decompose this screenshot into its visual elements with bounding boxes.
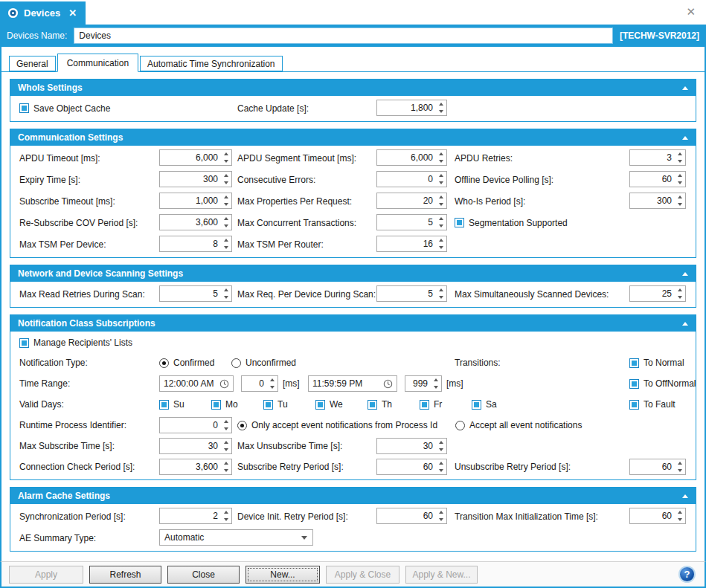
communication-settings-header[interactable]: Communication Settings <box>10 129 696 146</box>
spinner[interactable] <box>266 376 277 391</box>
spinner[interactable] <box>220 508 231 523</box>
manage-recipients-checkbox[interactable]: Manage Recipients' Lists <box>19 333 132 352</box>
spinner[interactable] <box>435 508 446 523</box>
spinner[interactable] <box>674 286 685 301</box>
doc-tab-devices[interactable]: Devices ✕ <box>0 1 86 25</box>
unconfirmed-radio[interactable]: Unconfirmed <box>231 352 296 373</box>
max-simultaneous-input[interactable] <box>630 286 674 301</box>
day-fr-checkbox[interactable]: Fr <box>420 394 442 415</box>
spinner[interactable] <box>220 236 231 251</box>
spinner[interactable] <box>220 459 231 474</box>
ae-summary-type-dropdown[interactable]: Automatic <box>159 529 313 546</box>
spinner[interactable] <box>430 376 441 391</box>
notification-subscriptions-header[interactable]: Notification Class Subscriptions <box>10 315 696 332</box>
accept-all-radio[interactable]: Accept all event notifications <box>455 415 582 436</box>
time-start-input[interactable] <box>160 376 219 391</box>
day-su-checkbox[interactable]: Su <box>159 394 184 415</box>
day-sa-checkbox[interactable]: Sa <box>472 394 497 415</box>
spinner[interactable] <box>674 193 685 208</box>
day-tu-checkbox[interactable]: Tu <box>263 394 288 415</box>
time-start-ms-input[interactable] <box>242 376 266 391</box>
new-button[interactable]: New... <box>246 566 320 584</box>
spinner[interactable] <box>674 459 685 474</box>
alarm-cache-header[interactable]: Alarm Cache Settings <box>10 488 696 504</box>
collapse-icon[interactable] <box>682 136 688 140</box>
close-button[interactable]: Close <box>167 566 240 584</box>
collapse-icon[interactable] <box>682 86 688 90</box>
collapse-icon[interactable] <box>682 494 688 498</box>
max-read-retries-input[interactable] <box>160 286 220 301</box>
help-button[interactable]: ? <box>678 566 696 583</box>
clock-icon[interactable] <box>383 379 393 389</box>
day-th-checkbox[interactable]: Th <box>368 394 392 415</box>
spinner[interactable] <box>220 172 231 187</box>
to-fault-checkbox[interactable]: To Fault <box>629 394 675 415</box>
pane-close-icon[interactable]: ✕ <box>686 5 696 19</box>
to-normal-checkbox[interactable]: To Normal <box>629 352 684 373</box>
apdu-retries-input[interactable] <box>630 150 674 165</box>
day-mo-checkbox[interactable]: Mo <box>211 394 238 415</box>
tab-communication[interactable]: Communication <box>57 54 138 72</box>
synchronization-period-input[interactable] <box>160 508 220 523</box>
subscribe-retry-input[interactable] <box>377 459 435 474</box>
network-scanning-header[interactable]: Network and Device Scanning Settings <box>10 265 696 282</box>
spinner[interactable] <box>220 215 231 230</box>
whois-settings-header[interactable]: WhoIs Settings <box>10 80 696 96</box>
collapse-icon[interactable] <box>682 272 688 276</box>
max-subscribe-time-input[interactable] <box>160 439 220 453</box>
to-offnormal-checkbox[interactable]: To OffNormal <box>629 373 696 394</box>
confirmed-radio[interactable]: Confirmed <box>159 352 214 373</box>
spinner[interactable] <box>220 286 231 301</box>
only-accept-radio[interactable]: Only accept event notifications from Pro… <box>237 415 437 436</box>
tab-general[interactable]: General <box>9 56 56 71</box>
device-init-retry-input[interactable] <box>377 508 435 523</box>
segmentation-supported-checkbox[interactable]: Segmentation Supported <box>455 212 568 233</box>
transition-max-init-input[interactable] <box>630 508 674 523</box>
time-end-ms-input[interactable] <box>405 376 430 391</box>
save-object-cache-checkbox[interactable]: Save Object Cache <box>19 97 110 119</box>
spinner[interactable] <box>220 150 231 165</box>
runtime-process-input[interactable] <box>160 418 220 433</box>
spinner[interactable] <box>435 100 446 115</box>
clock-icon[interactable] <box>219 379 229 389</box>
connection-check-input[interactable] <box>160 459 220 474</box>
spinner[interactable] <box>674 508 685 523</box>
max-properties-input[interactable] <box>377 193 435 208</box>
spinner[interactable] <box>435 193 446 208</box>
offline-device-polling-input[interactable] <box>630 172 674 187</box>
spinner[interactable] <box>435 172 446 187</box>
expiry-time-input[interactable] <box>160 172 220 187</box>
apdu-segment-timeout-input[interactable] <box>377 150 435 165</box>
max-tsm-device-input[interactable] <box>160 236 220 251</box>
max-tsm-router-input[interactable] <box>377 236 435 251</box>
max-unsubscribe-time-input[interactable] <box>377 439 435 453</box>
spinner[interactable] <box>435 150 446 165</box>
apply-new-button[interactable]: Apply & New... <box>405 566 478 584</box>
spinner[interactable] <box>674 150 685 165</box>
name-input[interactable] <box>74 28 613 44</box>
subscribe-timeout-input[interactable] <box>160 193 220 208</box>
refresh-button[interactable]: Refresh <box>89 566 161 584</box>
spinner[interactable] <box>220 193 231 208</box>
resubscribe-cov-input[interactable] <box>160 215 220 230</box>
spinner[interactable] <box>220 439 231 453</box>
tab-automatic-time-synchronization[interactable]: Automatic Time Synchronization <box>140 56 282 71</box>
collapse-icon[interactable] <box>682 322 688 326</box>
doc-tab-close-icon[interactable]: ✕ <box>68 7 77 19</box>
spinner[interactable] <box>435 286 446 301</box>
day-we-checkbox[interactable]: We <box>315 394 343 415</box>
consecutive-errors-input[interactable] <box>377 172 435 187</box>
time-end-input[interactable] <box>309 376 383 391</box>
apdu-timeout-input[interactable] <box>160 150 220 165</box>
spinner[interactable] <box>435 459 446 474</box>
spinner[interactable] <box>435 236 446 251</box>
unsubscribe-retry-input[interactable] <box>630 459 674 474</box>
spinner[interactable] <box>674 172 685 187</box>
spinner[interactable] <box>435 439 446 453</box>
whois-period-input[interactable] <box>630 193 674 208</box>
apply-close-button[interactable]: Apply & Close <box>326 566 399 584</box>
spinner[interactable] <box>220 418 231 433</box>
max-concurrent-input[interactable] <box>377 215 435 230</box>
apply-button[interactable]: Apply <box>9 566 83 584</box>
spinner[interactable] <box>435 215 446 230</box>
